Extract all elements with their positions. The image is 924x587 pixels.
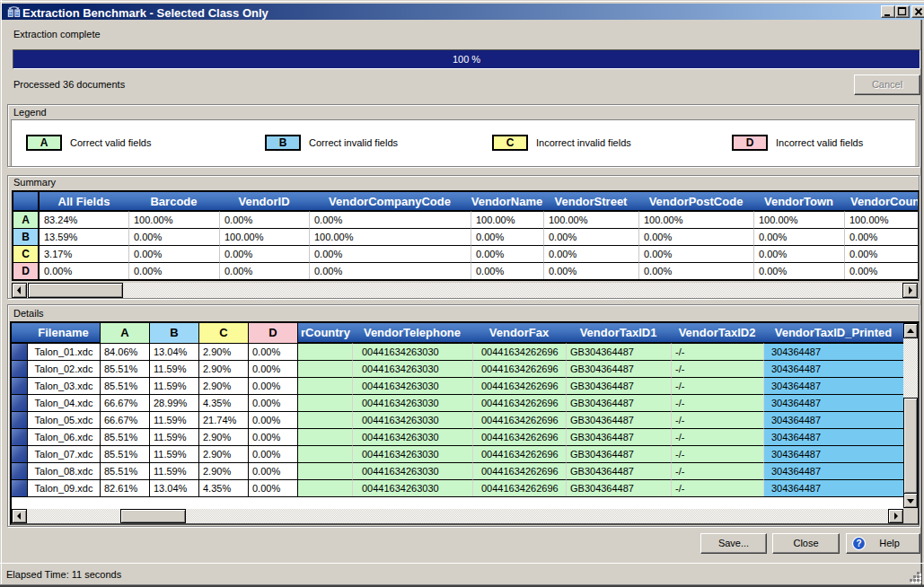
svg-text:?: ? (856, 539, 861, 548)
